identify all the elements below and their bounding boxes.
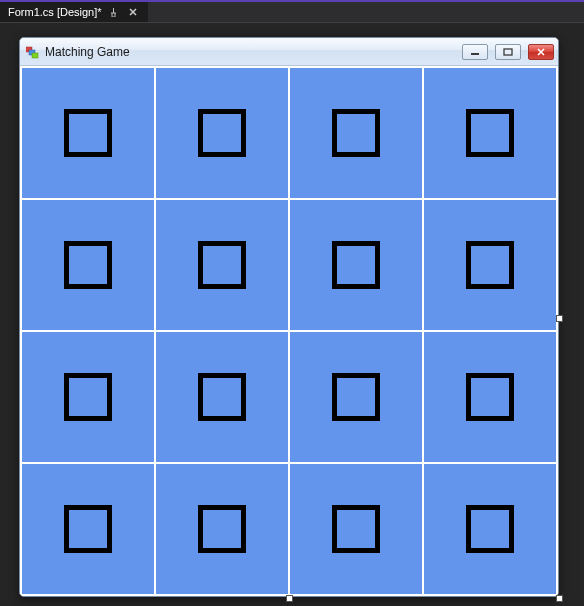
square-icon xyxy=(332,373,380,421)
square-icon xyxy=(64,241,112,289)
grid-cell[interactable] xyxy=(156,200,288,330)
grid-cell[interactable] xyxy=(424,332,556,462)
resize-handle-right[interactable] xyxy=(556,315,563,322)
pin-icon[interactable] xyxy=(108,6,120,18)
form-title: Matching Game xyxy=(45,45,455,59)
square-icon xyxy=(466,505,514,553)
svg-rect-4 xyxy=(504,49,512,55)
resize-handle-corner[interactable] xyxy=(556,595,563,602)
svg-rect-2 xyxy=(32,53,38,58)
vs-tab-bar: Form1.cs [Design]* xyxy=(0,0,584,22)
square-icon xyxy=(466,373,514,421)
grid-cell[interactable] xyxy=(156,464,288,594)
square-icon xyxy=(466,241,514,289)
square-icon xyxy=(332,505,380,553)
grid-cell[interactable] xyxy=(424,464,556,594)
grid-cell[interactable] xyxy=(424,68,556,198)
grid-cell[interactable] xyxy=(156,68,288,198)
square-icon xyxy=(64,373,112,421)
grid-cell[interactable] xyxy=(22,464,154,594)
square-icon xyxy=(198,109,246,157)
square-icon xyxy=(64,505,112,553)
grid-cell[interactable] xyxy=(290,200,422,330)
grid-cell[interactable] xyxy=(22,68,154,198)
square-icon xyxy=(198,373,246,421)
grid-cell[interactable] xyxy=(290,464,422,594)
grid-cell[interactable] xyxy=(290,332,422,462)
grid-cell[interactable] xyxy=(156,332,288,462)
app-icon xyxy=(26,45,40,59)
tab-label: Form1.cs [Design]* xyxy=(8,6,102,18)
grid-cell[interactable] xyxy=(290,68,422,198)
svg-rect-3 xyxy=(471,53,479,55)
square-icon xyxy=(332,241,380,289)
square-icon xyxy=(466,109,514,157)
grid-cell[interactable] xyxy=(22,200,154,330)
square-icon xyxy=(64,109,112,157)
windows-form[interactable]: Matching Game xyxy=(19,37,559,597)
square-icon xyxy=(198,241,246,289)
maximize-button[interactable] xyxy=(495,44,521,60)
square-icon xyxy=(198,505,246,553)
designer-surface[interactable]: Matching Game xyxy=(0,22,584,606)
form-titlebar[interactable]: Matching Game xyxy=(20,38,558,66)
document-tab[interactable]: Form1.cs [Design]* xyxy=(0,2,148,22)
resize-handle-bottom[interactable] xyxy=(286,595,293,602)
close-tab-icon[interactable] xyxy=(126,5,140,19)
grid-cell[interactable] xyxy=(22,332,154,462)
square-icon xyxy=(332,109,380,157)
close-button[interactable] xyxy=(528,44,554,60)
game-grid xyxy=(20,66,558,596)
minimize-button[interactable] xyxy=(462,44,488,60)
grid-cell[interactable] xyxy=(424,200,556,330)
